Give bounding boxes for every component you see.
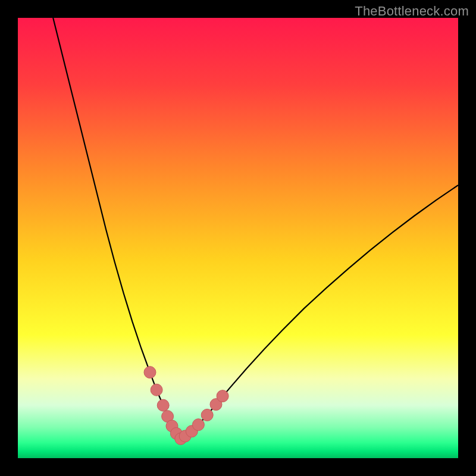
- highlight-marker: [192, 419, 204, 431]
- chart-frame: TheBottleneck.com: [0, 0, 476, 476]
- watermark-text: TheBottleneck.com: [355, 4, 469, 19]
- highlight-marker: [151, 384, 162, 396]
- highlight-marker: [201, 409, 213, 421]
- bottleneck-chart: [18, 18, 458, 458]
- heat-background: [18, 18, 458, 458]
- highlight-marker: [217, 390, 228, 402]
- highlight-marker: [144, 367, 156, 378]
- highlight-marker: [157, 399, 169, 411]
